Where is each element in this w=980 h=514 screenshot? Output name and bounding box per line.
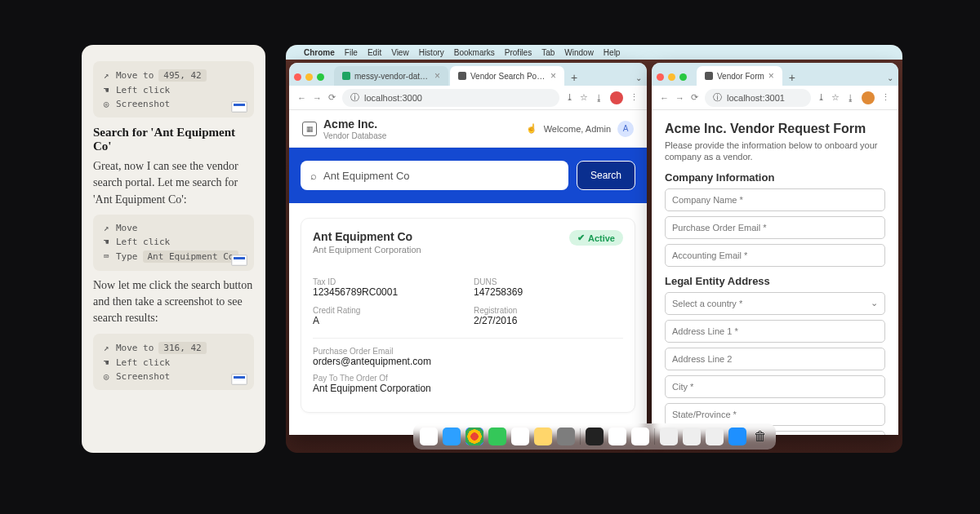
search-button[interactable]: Search [577,161,635,190]
star-icon[interactable]: ☆ [580,92,588,103]
menu-tab[interactable]: Tab [541,48,555,57]
screenshot-thumbnail[interactable] [231,101,247,113]
dock-messages-icon[interactable] [488,428,506,445]
assistant-heading: Search for 'Ant Equipment Co' [93,126,254,153]
vendor-result-card[interactable]: Ant Equipment Co Ant Equipment Corporati… [301,218,635,413]
tab-overflow-icon[interactable]: ⌄ [635,73,642,86]
macos-menubar[interactable]: Chrome File Edit View History Bookmarks … [286,45,902,60]
tab-overflow-icon[interactable]: ⌄ [887,73,893,86]
menu-kebab-icon[interactable]: ⋮ [881,92,890,103]
dock-folder-icon[interactable] [706,428,724,445]
dock-notes-icon[interactable] [534,428,552,445]
macos-dock[interactable]: 🗑 [413,423,776,450]
menu-view[interactable]: View [391,48,409,57]
site-info-icon[interactable]: ⓘ [350,91,359,104]
tab-vendor-form[interactable]: Vendor Form × [697,66,782,86]
dock-finder-icon[interactable] [420,428,438,445]
dock-settings-icon[interactable] [557,428,575,445]
action-move: Move [116,223,138,233]
maximize-icon[interactable] [679,73,687,81]
po-email-field[interactable]: Purchase Order Email * [665,216,885,239]
address-bar: ← → ⟳ ⓘ localhost:3000 ⤓ ☆ ⭳ ⋮ [289,86,647,110]
search-icon: ⌕ [310,170,317,182]
dock-folder-icon[interactable] [660,428,678,445]
company-title: Acme Inc. [323,117,386,131]
close-tab-icon[interactable]: × [768,70,774,82]
download-icon[interactable]: ⭳ [595,93,604,103]
site-info-icon[interactable]: ⓘ [713,91,722,104]
accounting-email-field[interactable]: Accounting Email * [665,244,885,267]
dock-reminders-icon[interactable] [511,428,529,445]
dock-textedit-icon[interactable] [608,428,626,445]
url-field[interactable]: ⓘ localhost:3000 [342,89,559,107]
dock-chrome-icon[interactable] [466,428,483,445]
dock-safari-icon[interactable] [443,428,461,445]
star-icon[interactable]: ☆ [831,92,840,103]
close-tab-icon[interactable]: × [550,70,556,82]
forward-icon[interactable]: → [313,93,322,103]
tab-vendor-portal[interactable]: Vendor Search Portal × [450,66,564,86]
install-icon[interactable]: ⤓ [566,92,573,103]
admin-avatar[interactable]: A [617,121,634,137]
duns-label: DUNS [474,277,623,286]
dock-terminal-icon[interactable] [586,428,604,445]
screenshot-thumbnail[interactable] [231,374,247,385]
hand-icon: ☝ [526,123,537,134]
action-type-label: Type [116,251,138,262]
profile-avatar-icon[interactable] [862,91,875,104]
back-icon[interactable]: ← [660,93,669,103]
window-traffic-lights[interactable] [294,73,324,86]
screenshot-thumbnail[interactable] [231,255,247,266]
download-icon[interactable]: ⭳ [846,93,855,103]
minimize-icon[interactable] [305,73,313,81]
select-placeholder: Select a country * [672,299,742,308]
menu-file[interactable]: File [345,48,358,57]
dock-pages-icon[interactable] [631,428,649,445]
placeholder: Company Name * [672,195,743,205]
state-field[interactable]: State/Province * [665,403,885,426]
close-tab-icon[interactable]: × [434,70,440,82]
chrome-window-vendor-form: Vendor Form × + ⌄ ← → ⟳ ⓘ localhost:3001… [652,63,898,435]
menu-help[interactable]: Help [604,48,621,57]
company-name-field[interactable]: Company Name * [665,188,885,211]
new-tab-button[interactable]: + [566,69,582,86]
url-field[interactable]: ⓘ localhost:3001 [705,89,811,107]
close-icon[interactable] [294,73,301,81]
menu-kebab-icon[interactable]: ⋮ [630,92,639,103]
install-icon[interactable]: ⤓ [817,92,825,103]
profile-avatar-icon[interactable] [610,91,623,104]
reload-icon[interactable]: ⟳ [328,92,336,103]
macos-desktop: Chrome File Edit View History Bookmarks … [286,45,902,453]
dock-folder-icon[interactable] [683,428,701,445]
tab-sheets[interactable]: messy-vendor-data - Googl × [334,66,448,86]
new-tab-button[interactable]: + [784,69,800,86]
address2-field[interactable]: Address Line 2 [665,348,885,370]
maximize-icon[interactable] [317,73,324,81]
forward-icon[interactable]: → [675,93,684,103]
minimize-icon[interactable] [668,73,675,81]
assistant-panel: ↗ Move to 495, 42 ☚ Left click ◎ Screens… [82,45,265,453]
city-field[interactable]: City * [665,375,885,398]
action-block-3: ↗ Move to 316, 42 ☚ Left click ◎ Screens… [93,334,254,390]
menu-edit[interactable]: Edit [368,48,381,57]
reload-icon[interactable]: ⟳ [691,92,698,103]
address1-field[interactable]: Address Line 1 * [665,320,885,343]
back-icon[interactable]: ← [297,93,306,103]
menu-bookmarks[interactable]: Bookmarks [454,48,495,57]
menu-profiles[interactable]: Profiles [505,48,532,57]
placeholder: State/Province * [672,410,737,419]
country-select[interactable]: Select a country * ⌄ [665,292,885,315]
menu-history[interactable]: History [419,48,444,57]
status-badge: ✔ Active [569,230,623,246]
placeholder: Address Line 1 * [672,326,738,336]
menubar-app[interactable]: Chrome [304,48,335,57]
window-traffic-lights[interactable] [657,73,687,86]
dock-appstore-icon[interactable] [728,428,746,445]
close-icon[interactable] [657,73,664,81]
menu-window[interactable]: Window [564,48,594,57]
search-input[interactable]: ⌕ Ant Equipment Co [301,161,568,190]
dock-trash-icon[interactable]: 🗑 [751,428,769,445]
credit-value: A [313,315,462,326]
payto-value: Ant Equipment Corporation [313,383,623,394]
dock-divider [580,428,581,445]
